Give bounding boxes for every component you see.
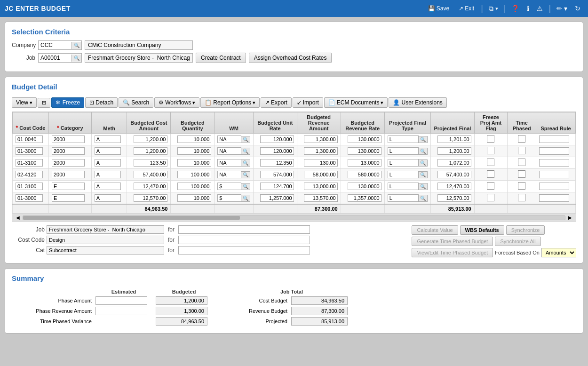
cell-input[interactable] [95, 171, 121, 178]
cell-input[interactable] [539, 183, 569, 190]
bottom-cat-for-input[interactable] [178, 246, 310, 255]
cell-input[interactable] [177, 135, 211, 143]
cell-input[interactable] [304, 135, 338, 143]
table-cell[interactable] [171, 169, 215, 181]
save-button[interactable]: 💾 Save [424, 3, 453, 14]
import-button[interactable]: ↙ Import [293, 97, 323, 108]
assign-overhead-button[interactable]: Assign Overhead Cost Rates [249, 53, 332, 63]
table-cell[interactable]: 🔍 [215, 145, 253, 157]
table-cell[interactable] [536, 134, 576, 145]
cell-input[interactable] [95, 147, 121, 155]
table-cell[interactable]: 🔍 [384, 145, 430, 157]
table-cell[interactable]: 🔍 [215, 181, 253, 192]
cell-input[interactable] [177, 183, 211, 190]
cell-search-button[interactable]: 🔍 [419, 183, 428, 190]
cell-input[interactable] [260, 183, 294, 190]
company-search-button[interactable]: 🔍 [72, 42, 81, 49]
job-code-input[interactable] [39, 54, 72, 62]
cell-search-button[interactable]: 🔍 [241, 159, 250, 167]
cell-input[interactable] [177, 171, 211, 178]
cell-input[interactable] [304, 194, 338, 202]
table-cell[interactable] [253, 192, 297, 205]
cell-input[interactable] [437, 135, 471, 143]
table-cell[interactable] [127, 192, 171, 205]
table-cell[interactable] [297, 134, 341, 145]
table-cell[interactable] [127, 145, 171, 157]
calculate-value-button[interactable]: Calculate Value [412, 225, 458, 235]
cell-input[interactable] [134, 135, 167, 143]
table-cell[interactable] [48, 145, 91, 157]
table-cell[interactable] [13, 169, 49, 181]
cell-input[interactable] [348, 171, 381, 178]
table-cell[interactable] [13, 134, 49, 145]
phase-amount-est-input[interactable] [95, 296, 147, 305]
copy-button[interactable]: ⧉ ▾ [486, 3, 501, 15]
cell-input[interactable] [16, 147, 43, 155]
exit-button[interactable]: ↗ Exit [455, 3, 478, 14]
cell-input[interactable] [437, 194, 471, 202]
cell-input[interactable] [260, 147, 294, 155]
bottom-costcode-for-input[interactable] [178, 236, 310, 244]
company-code-input[interactable] [39, 41, 72, 49]
table-cell[interactable] [341, 157, 384, 169]
table-cell[interactable] [536, 169, 576, 181]
synchronize-button[interactable]: Synchronize [506, 225, 545, 235]
cell-input[interactable] [304, 183, 338, 190]
cell-input[interactable] [217, 159, 241, 167]
table-cell[interactable]: 🔍 [215, 192, 253, 205]
report-options-button[interactable]: 📋 Report Options ▾ [200, 97, 260, 108]
table-cell[interactable] [536, 192, 576, 205]
table-cell[interactable] [171, 134, 215, 145]
table-cell[interactable]: 🔍 [215, 157, 253, 169]
table-cell[interactable] [474, 145, 508, 157]
freeze-button[interactable]: ❄ Freeze [51, 97, 84, 108]
table-cell[interactable] [474, 134, 508, 145]
table-cell[interactable] [13, 145, 49, 157]
cell-input[interactable] [539, 159, 569, 167]
cell-input[interactable] [134, 194, 167, 202]
checkbox[interactable] [518, 170, 525, 178]
refresh-icon-button[interactable]: ↻ [572, 3, 583, 14]
cell-input[interactable] [348, 159, 381, 167]
table-cell[interactable] [536, 145, 576, 157]
cell-search-button[interactable]: 🔍 [241, 136, 250, 143]
cell-search-button[interactable]: 🔍 [419, 148, 428, 155]
table-cell[interactable] [91, 169, 127, 181]
cell-input[interactable] [539, 194, 569, 202]
table-cell[interactable] [48, 169, 91, 181]
table-cell[interactable] [431, 181, 475, 192]
job-search-button[interactable]: 🔍 [72, 55, 81, 62]
checkbox[interactable] [487, 182, 494, 190]
table-cell[interactable] [91, 145, 127, 157]
table-cell[interactable] [127, 134, 171, 145]
cell-search-button[interactable]: 🔍 [419, 195, 428, 202]
cell-input[interactable] [217, 194, 241, 202]
cell-input[interactable] [52, 171, 85, 178]
cell-search-button[interactable]: 🔍 [241, 148, 250, 155]
table-cell[interactable] [536, 181, 576, 192]
cell-input[interactable] [388, 171, 419, 178]
table-cell[interactable] [127, 169, 171, 181]
table-cell[interactable]: 🔍 [384, 169, 430, 181]
cell-input[interactable] [388, 194, 419, 202]
scroll-track[interactable] [23, 215, 565, 220]
cell-input[interactable] [348, 147, 381, 155]
cell-input[interactable] [16, 135, 43, 143]
table-cell[interactable] [341, 192, 384, 205]
edit-icon-button[interactable]: ✏ ▾ [554, 3, 570, 14]
cell-input[interactable] [539, 135, 569, 143]
table-cell[interactable] [48, 181, 91, 192]
cell-search-button[interactable]: 🔍 [241, 183, 250, 190]
cell-input[interactable] [217, 171, 241, 178]
phase-rev-est-input[interactable] [95, 307, 147, 315]
cell-input[interactable] [52, 183, 85, 190]
cell-search-button[interactable]: 🔍 [419, 159, 428, 167]
table-cell[interactable] [508, 192, 536, 205]
alert-icon-button[interactable]: ⚠ [534, 3, 546, 14]
cell-input[interactable] [260, 159, 294, 167]
cell-input[interactable] [388, 159, 419, 167]
cell-search-button[interactable]: 🔍 [419, 171, 428, 178]
cell-input[interactable] [52, 194, 85, 202]
table-cell[interactable]: 🔍 [215, 169, 253, 181]
table-cell[interactable] [91, 134, 127, 145]
